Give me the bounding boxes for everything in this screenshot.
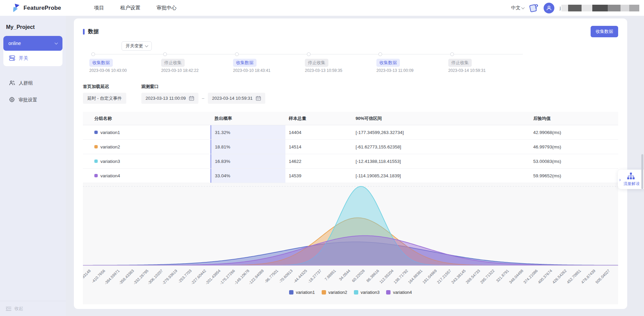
- posterior-mean-value: 59.99652(ms): [533, 173, 561, 178]
- timeline-event-badge: 停止收集: [305, 59, 328, 67]
- win-probability-cell: 31.32%: [211, 125, 285, 139]
- help-doc-icon[interactable]: ?: [530, 4, 538, 12]
- table-row: variation433.04%14539[-114.19085,234.183…: [83, 169, 618, 183]
- timeline-event-badge: 停止收集: [161, 59, 185, 67]
- nav-item-2[interactable]: 租户设置: [120, 5, 140, 11]
- toggle-change-label: 开关变更: [126, 43, 143, 49]
- calendar-icon: [256, 96, 261, 101]
- posterior-mean-value: 42.99068(ms): [533, 130, 561, 135]
- toggle-icon: [9, 55, 15, 62]
- table-header-cell: 90%可信区间: [356, 116, 533, 122]
- variation-name: variation3: [100, 159, 120, 164]
- x-axis-tick-label: -227.60442: [190, 269, 207, 285]
- sample-total-value: 14539: [289, 173, 302, 178]
- user-email-prefix: j: [560, 5, 561, 10]
- variation-name-cell: variation3: [83, 159, 211, 164]
- timeline-node: [378, 52, 382, 56]
- x-axis-tick-label: 138.71792: [393, 269, 409, 284]
- credible-interval-cell: [-114.19085,234.1839]: [356, 173, 533, 178]
- x-axis-tick-label: 217.21557: [436, 269, 452, 284]
- table-header-cell: 分组名称: [83, 116, 211, 122]
- table-header-row: 分组名称胜出概率样本总量90%可信区间后验均值: [83, 112, 618, 125]
- x-axis-tick-label: -253.7703: [177, 269, 192, 284]
- legend-item-variation2[interactable]: variation2: [322, 290, 347, 295]
- traffic-insight-label[interactable]: 流量解读: [624, 181, 640, 187]
- timeline-event-time: 2023-03-10 18:42:22: [161, 68, 198, 73]
- page-scrollbar-thumb[interactable]: [641, 154, 643, 189]
- x-axis-tick-label: -122.94089: [248, 269, 265, 285]
- column-label: 胜出概率: [215, 116, 232, 122]
- metric-select[interactable]: 延时 - 自定义事件: [83, 93, 126, 104]
- x-axis-tick-label: 374.21086: [523, 269, 539, 284]
- timeline-event-time: 2023-03-10 18:43:41: [233, 68, 270, 73]
- timeline-node: [91, 52, 95, 56]
- variation-color-swatch: [94, 145, 98, 148]
- redaction-block: [629, 5, 639, 11]
- timeline-event-badge: 收集数据: [233, 59, 257, 67]
- x-axis-tick-label: -332.26795: [133, 269, 149, 285]
- variation-color-swatch: [94, 160, 98, 163]
- filters-row: 首页加载延迟 延时 - 自定义事件 观测窗口 2023-03-13 11:00:…: [83, 84, 618, 104]
- timeline-event-badge: 收集数据: [376, 59, 400, 67]
- credible-interval-cell: [-177.34599,263.32734]: [356, 130, 533, 135]
- sidebar-collapse-button[interactable]: 收起: [0, 301, 66, 316]
- sidebar-item-审批设置[interactable]: 审批设置: [3, 92, 62, 108]
- timeline-node: [235, 52, 239, 56]
- timeline-event-time: 2023-03-13 11:00:09: [376, 68, 414, 73]
- nav-item-3[interactable]: 审批中心: [156, 5, 177, 11]
- sidebar-item-开关[interactable]: 开关: [3, 51, 62, 66]
- sidebar-active-menu: 开关: [3, 51, 62, 66]
- win-probability-value: 16.83%: [215, 159, 230, 164]
- legend-label: variation2: [328, 290, 347, 295]
- language-label: 中文: [511, 5, 520, 11]
- x-axis-tick-label: -149.10678: [233, 269, 250, 285]
- x-axis-tick-label: 478.87439: [581, 269, 596, 284]
- x-axis-tick-label: -436.93148: [83, 269, 91, 285]
- language-switcher[interactable]: 中文: [511, 5, 524, 11]
- x-axis-tick-label: 452.70851: [566, 269, 582, 284]
- variation-name-cell: variation4: [83, 173, 211, 178]
- window-start-input[interactable]: 2023-03-13 11:00:09: [141, 93, 199, 104]
- nav-item-1[interactable]: 项目: [94, 5, 104, 11]
- win-probability-value: 18.81%: [215, 144, 230, 149]
- variation-name-cell: variation1: [83, 130, 211, 135]
- collect-data-button[interactable]: 收集数据: [591, 26, 618, 37]
- metric-value: 延时 - 自定义事件: [87, 95, 122, 101]
- column-label: 分组名称: [94, 116, 112, 122]
- win-probability-value: 33.04%: [215, 173, 230, 178]
- distribution-curve-variation4: [83, 236, 618, 265]
- toggle-change-filter[interactable]: 开关变更: [122, 41, 152, 51]
- win-probability-cell: 33.04%: [211, 169, 285, 183]
- x-axis-tick-label: 7.88851: [324, 269, 337, 281]
- x-axis-tick-label: -96.77501: [264, 269, 279, 284]
- window-end-input[interactable]: 2023-03-14 10:59:31: [208, 93, 266, 104]
- environment-select[interactable]: online: [3, 36, 62, 51]
- table-header-cell: 样本总量: [285, 116, 356, 122]
- legend-item-variation4[interactable]: variation4: [386, 290, 412, 295]
- x-axis-tick-label: 60.22028: [351, 269, 365, 283]
- user-avatar[interactable]: [544, 3, 554, 13]
- x-axis-tick-label: 348.04498: [508, 269, 524, 284]
- x-axis-tick-label: -44.44325: [292, 269, 308, 284]
- timeline-event-time: 2023-03-13 10:59:35: [305, 68, 342, 73]
- window-end-value: 2023-03-14 10:59:31: [212, 96, 253, 101]
- x-axis-tick-label: 243.38145: [451, 269, 466, 284]
- sidebar-item-人群组[interactable]: 人群组: [3, 76, 62, 91]
- posterior-mean-cell: 53.00083(ms): [533, 159, 618, 164]
- question-mark: ?: [535, 3, 539, 10]
- legend-item-variation3[interactable]: variation3: [354, 290, 379, 295]
- data-panel: 数据 收集数据 开关变更 收集数据2023-03-06 10:43:00停止收集…: [74, 18, 627, 309]
- legend-label: variation3: [361, 290, 379, 295]
- timeline-event-time: 2023-03-14 10:59:31: [448, 68, 486, 73]
- expand-chevron-icon[interactable]: ›: [619, 177, 621, 182]
- brand-logo[interactable]: FeatureProbe: [12, 3, 61, 13]
- table-header-cell: 胜出概率: [211, 112, 285, 125]
- users-icon: [9, 80, 15, 86]
- sample-total-cell: 14539: [285, 173, 356, 178]
- x-axis-tick-label: 426.54262: [552, 269, 567, 284]
- x-axis-tick-label: 321.8791: [495, 269, 509, 283]
- sitemap-icon: [627, 172, 635, 181]
- featureprobe-logo-icon: [12, 3, 21, 13]
- legend-swatch: [354, 290, 358, 295]
- legend-item-variation1[interactable]: variation1: [289, 290, 315, 295]
